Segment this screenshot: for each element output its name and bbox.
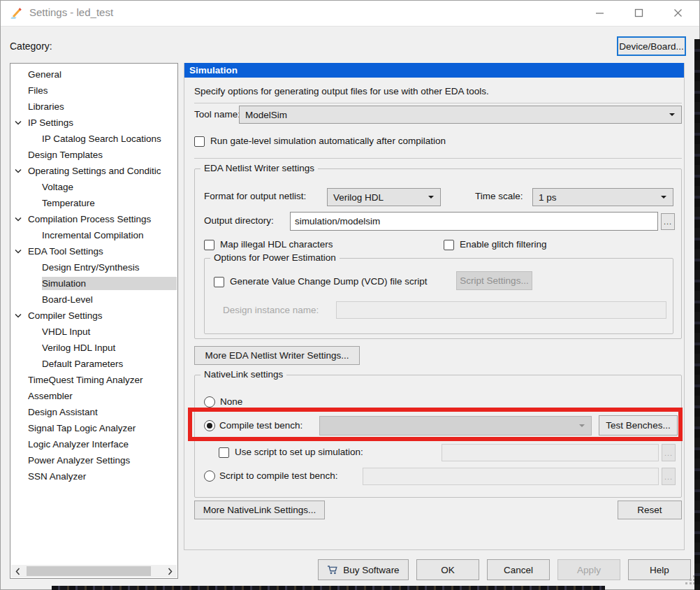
sidebar-item-label: Incremental Compilation xyxy=(42,229,177,242)
sidebar-item[interactable]: EDA Tool Settings xyxy=(10,243,177,259)
sidebar-item[interactable]: Operating Settings and Conditic xyxy=(10,163,177,179)
sidebar-item-label: Temperature xyxy=(42,196,177,210)
compile-test-bench-radio[interactable] xyxy=(204,420,215,431)
minimize-button[interactable] xyxy=(585,3,615,22)
sidebar-item-label: Assembler xyxy=(28,389,177,403)
sidebar-item[interactable]: Compiler Settings xyxy=(10,308,177,324)
compile-test-bench-select[interactable] xyxy=(319,416,592,436)
sidebar-item[interactable]: Libraries xyxy=(10,99,177,115)
sidebar-item[interactable]: Design Templates xyxy=(10,147,177,163)
sidebar-item-label: TimeQuest Timing Analyzer xyxy=(28,373,177,387)
use-script-input[interactable] xyxy=(442,444,659,461)
vcd-script-checkbox[interactable] xyxy=(214,277,224,287)
simulation-settings-panel: Simulation Specify options for generatin… xyxy=(184,63,685,550)
sidebar-item[interactable]: IP Catalog Search Locations xyxy=(10,131,177,147)
sidebar-item[interactable]: Assembler xyxy=(10,388,177,404)
output-directory-browse-button[interactable]: ... xyxy=(661,213,675,230)
none-radio[interactable] xyxy=(204,396,215,408)
chevron-left-icon[interactable] xyxy=(12,565,24,577)
script-compile-label: Script to compile test bench: xyxy=(219,470,338,481)
chevron-right-icon[interactable] xyxy=(164,565,176,577)
tree-horizontal-scrollbar[interactable] xyxy=(11,565,177,577)
chevron-down-icon[interactable] xyxy=(15,120,28,125)
sidebar-item-label: Signal Tap Logic Analyzer xyxy=(28,422,177,435)
sidebar-item[interactable]: Default Parameters xyxy=(10,356,177,372)
sidebar-item-label: Logic Analyzer Interface xyxy=(28,438,177,451)
sidebar-item[interactable]: Voltage xyxy=(10,179,177,195)
dialog-button-label: Help xyxy=(650,565,669,575)
tool-name-select[interactable]: ModelSim xyxy=(239,106,682,124)
resize-grip[interactable] xyxy=(685,575,695,585)
design-instance-input[interactable] xyxy=(336,301,666,319)
sidebar-item[interactable]: Files xyxy=(10,82,177,99)
dialog-button[interactable]: Apply xyxy=(557,559,620,580)
sidebar-item[interactable]: IP Settings xyxy=(10,115,177,131)
design-instance-label: Design instance name: xyxy=(223,305,319,315)
page-title: Simulation xyxy=(184,63,684,78)
script-compile-radio[interactable] xyxy=(204,470,215,482)
more-nativelink-settings-button[interactable]: More NativeLink Settings... xyxy=(194,501,325,519)
test-benches-button[interactable]: Test Benches... xyxy=(599,415,678,436)
sidebar-item-label: Power Analyzer Settings xyxy=(28,454,177,467)
sidebar-item[interactable]: General xyxy=(10,66,177,82)
sidebar-item[interactable]: Verilog HDL Input xyxy=(10,340,177,356)
map-illegal-hdl-checkbox[interactable] xyxy=(204,240,214,250)
sidebar-item-label: IP Settings xyxy=(28,116,177,129)
sidebar-item[interactable]: Board-Level xyxy=(10,292,177,308)
sidebar-item[interactable]: Design Assistant xyxy=(10,404,177,420)
script-compile-input[interactable] xyxy=(363,468,659,485)
sidebar-item-label: Verilog HDL Input xyxy=(42,341,177,354)
sidebar-item-label: Design Templates xyxy=(28,148,177,161)
chevron-down-icon[interactable] xyxy=(15,249,28,254)
sidebar-item-label: Compilation Process Settings xyxy=(28,213,177,226)
sidebar-item[interactable]: Incremental Compilation xyxy=(10,227,177,243)
more-eda-netlist-settings-button[interactable]: More EDA Netlist Writer Settings... xyxy=(194,346,360,365)
background-behind-window xyxy=(52,586,605,590)
sidebar-item[interactable]: Temperature xyxy=(10,195,177,211)
dialog-button[interactable]: OK xyxy=(416,559,479,580)
run-gate-level-checkbox[interactable] xyxy=(194,136,205,147)
format-output-netlist-select[interactable]: Verilog HDL xyxy=(327,188,441,206)
dialog-button[interactable]: Help xyxy=(628,559,691,580)
dialog-button[interactable]: Buy Software xyxy=(318,559,409,580)
dialog-button[interactable]: Cancel xyxy=(487,559,550,580)
sidebar-item[interactable]: Power Analyzer Settings xyxy=(10,452,177,468)
window-controls xyxy=(585,3,693,22)
category-tree: General Files Libraries IP Settings xyxy=(10,66,177,484)
sidebar-item[interactable]: Compilation Process Settings xyxy=(10,211,177,227)
category-label: Category: xyxy=(10,41,52,52)
output-directory-input[interactable] xyxy=(290,212,658,231)
sidebar-item-label: SSN Analyzer xyxy=(28,470,177,483)
script-settings-button[interactable]: Script Settings... xyxy=(456,271,532,290)
chevron-down-icon[interactable] xyxy=(15,168,28,173)
cart-icon xyxy=(327,566,338,575)
chevron-down-icon[interactable] xyxy=(15,217,28,222)
maximize-button[interactable] xyxy=(624,3,654,22)
close-button[interactable] xyxy=(663,3,693,22)
scrollbar-thumb[interactable] xyxy=(27,566,151,576)
dialog-button-label: Cancel xyxy=(504,565,533,575)
sidebar-item-label: Design Assistant xyxy=(28,405,177,419)
script-compile-browse-button[interactable]: ... xyxy=(662,468,676,485)
power-estimation-group: Options for Power Estimation Generate Va… xyxy=(204,258,673,334)
chevron-down-icon[interactable] xyxy=(15,313,28,318)
eda-netlist-writer-group: EDA Netlist Writer settings Format for o… xyxy=(194,168,682,339)
time-scale-select[interactable]: 1 ps xyxy=(532,188,673,206)
reset-button[interactable]: Reset xyxy=(618,501,682,519)
nativelink-group: NativeLink settings None Compile test be… xyxy=(194,375,682,498)
sidebar-item[interactable]: Simulation xyxy=(10,275,177,292)
sidebar-item[interactable]: Signal Tap Logic Analyzer xyxy=(10,420,177,436)
tool-name-label: Tool name: xyxy=(194,109,240,120)
sidebar-item[interactable]: VHDL Input xyxy=(10,324,177,340)
sidebar-item[interactable]: SSN Analyzer xyxy=(10,468,177,484)
dialog-footer: Buy Software OK Cancel xyxy=(318,559,691,580)
glitch-filtering-checkbox[interactable] xyxy=(444,240,454,250)
device-board-button[interactable]: Device/Board... xyxy=(617,36,686,56)
divider xyxy=(194,158,682,159)
use-script-checkbox[interactable] xyxy=(219,447,229,458)
use-script-browse-button[interactable]: ... xyxy=(662,444,676,461)
sidebar-item[interactable]: Design Entry/Synthesis xyxy=(10,259,177,275)
sidebar-item[interactable]: TimeQuest Timing Analyzer xyxy=(10,372,177,388)
titlebar: Settings - led_test xyxy=(0,0,700,27)
sidebar-item[interactable]: Logic Analyzer Interface xyxy=(10,436,177,452)
